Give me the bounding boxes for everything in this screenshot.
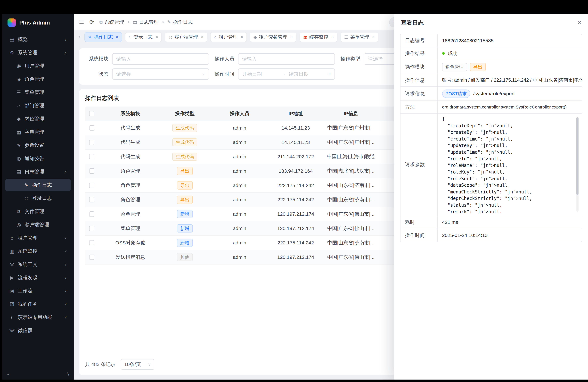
tab-menu[interactable]: ☰菜单管理× (340, 32, 378, 42)
sidebar-item-operlog[interactable]: ✎操作日志 (5, 179, 71, 191)
row-checkbox[interactable] (89, 140, 94, 145)
breadcrumb-item-operlog[interactable]: ✎ 操作日志 (168, 19, 193, 25)
detail-row-info: 操作信息 账号: admin / 研发部门 / 222.175.114.242 … (400, 74, 582, 87)
row-checkbox[interactable] (89, 197, 94, 202)
close-icon[interactable]: × (578, 19, 581, 26)
tab-cache-monitor[interactable]: ▦缓存监控× (299, 32, 338, 42)
post-icon: ◆ (16, 116, 21, 122)
operation-time-value: 2025-01-24 10:14:13 (442, 233, 488, 238)
sidebar-item-label: 登录日志 (32, 195, 52, 202)
brand: Plus Admin (2, 14, 74, 31)
cell-ip-info: 中国|广东省|佛山市|... (320, 211, 382, 217)
close-icon[interactable]: × (156, 35, 158, 39)
sidebar-item-notice[interactable]: ◍通知公告 (5, 152, 71, 165)
cell-module: 代码生成 (99, 153, 162, 160)
end-date-placeholder: 结束日期 (289, 71, 325, 77)
breadcrumb-item-system[interactable]: ⧉ 系统管理 (99, 19, 124, 25)
sidebar-footer: « ϟ (2, 369, 74, 380)
tab-loginlog[interactable]: ∷登录日志× (125, 32, 162, 42)
sidebar-item-dict[interactable]: ▦字典管理 (5, 126, 71, 138)
sidebar-item-loginlog[interactable]: ∷登录日志 (5, 192, 71, 204)
detail-row-result: 操作结果 成功 (400, 47, 582, 60)
op-type-badge: 生成代码 (172, 153, 197, 161)
close-icon[interactable]: × (201, 35, 204, 39)
op-type-badge: 其他 (177, 253, 193, 261)
page-size-select[interactable]: 10条/页 ∨ (121, 359, 154, 370)
close-icon[interactable]: × (116, 35, 118, 39)
method-value: org.dromara.system.controller.system.Sys… (442, 105, 567, 110)
role-icon: ◈ (16, 76, 21, 82)
sidebar-item-workflow[interactable]: ⋈工作流∨ (5, 285, 71, 297)
cell-operator: admin (208, 255, 272, 260)
tab-label: 操作日志 (94, 34, 113, 40)
sidebar-item-label: 用户管理 (24, 63, 44, 69)
row-checkbox[interactable] (89, 255, 94, 260)
sidebar-item-overview[interactable]: ▤概览∨ (5, 33, 71, 46)
operator-input[interactable] (238, 53, 335, 64)
sidebar-item-system[interactable]: ⚙系统管理∧ (5, 46, 71, 59)
sidebar-item-label: 岗位管理 (24, 116, 44, 122)
window-icon: ⧉ (99, 20, 103, 25)
hamburger-icon[interactable]: ☰ (79, 19, 84, 25)
edit-icon: ✎ (168, 20, 171, 25)
sidebar-item-demo-features[interactable]: ◐演示站专用功能∨ (5, 311, 71, 323)
tab-tenant-package[interactable]: ◆租户套餐管理× (250, 32, 296, 42)
tab-operlog[interactable]: ✎操作日志× (84, 32, 122, 42)
tab-label: 客户端管理 (174, 34, 198, 40)
close-icon[interactable]: × (331, 35, 334, 39)
sidebar-item-my-tasks[interactable]: ☑我的任务∨ (5, 298, 71, 310)
sidebar-item-label: 字典管理 (24, 129, 44, 135)
date-range-picker[interactable]: 开始日期 → 结束日期 ⊞ (238, 68, 335, 80)
sidebar-item-role[interactable]: ◈角色管理 (5, 73, 71, 85)
tenant-icon: ⌂ (9, 235, 15, 241)
close-icon[interactable]: × (290, 35, 293, 39)
row-checkbox[interactable] (89, 226, 94, 231)
sidebar-item-monitor[interactable]: ▥系统监控∨ (5, 245, 71, 257)
row-checkbox[interactable] (89, 168, 94, 173)
sidebar-item-wechat-group[interactable]: ☏微信群 (5, 324, 71, 337)
cell-module: 角色管理 (99, 168, 162, 174)
row-checkbox[interactable] (89, 240, 94, 245)
code-scrollbar-thumb[interactable] (576, 117, 579, 195)
cell-module: 代码生成 (99, 139, 162, 146)
cell-ip: 120.197.212.174 (272, 226, 320, 231)
op-type-badge: 新增 (177, 239, 193, 247)
status-select[interactable]: 请选择 ∨ (112, 68, 209, 80)
close-icon[interactable]: × (241, 35, 243, 39)
collapse-sidebar-icon[interactable]: « (7, 371, 10, 377)
cell-ip: 14.145.11.23 (272, 140, 320, 145)
row-checkbox[interactable] (89, 183, 94, 188)
tabs-scroll-left-icon[interactable]: ‹ (77, 34, 82, 40)
detail-row-time: 操作时间 2025-01-24 10:14:13 (400, 229, 582, 242)
sidebar-item-file[interactable]: ⧉文件管理 (5, 205, 71, 218)
sidebar-item-user[interactable]: ◉用户管理 (5, 60, 71, 72)
sidebar-item-client[interactable]: ◎客户端管理 (5, 218, 71, 231)
sidebar-item-dept[interactable]: ⌂部门管理 (5, 99, 71, 112)
module-input[interactable] (112, 53, 209, 64)
sidebar-item-post[interactable]: ◆岗位管理 (5, 113, 71, 125)
close-icon[interactable]: × (372, 35, 375, 39)
row-checkbox[interactable] (89, 125, 94, 130)
sidebar-item-tool[interactable]: ⚒系统工具∨ (5, 258, 71, 271)
cell-op-type: 新增 (162, 224, 208, 233)
operlog-icon: ✎ (23, 182, 29, 188)
sidebar-item-menu[interactable]: ☰菜单管理 (5, 86, 71, 99)
row-checkbox[interactable] (89, 212, 94, 217)
operation-info-value: 账号: admin / 研发部门 / 222.175.114.242 / 中国|… (442, 77, 582, 84)
cell-ip: 14.145.11.23 (272, 125, 320, 131)
cell-ip: 211.144.202.172 (272, 154, 320, 159)
sidebar-item-config[interactable]: ✎参数设置 (5, 139, 71, 151)
select-all-checkbox[interactable] (89, 111, 94, 116)
row-checkbox[interactable] (89, 154, 94, 159)
tab-client[interactable]: ◎客户端管理× (165, 32, 207, 42)
plugin-icon[interactable]: ϟ (66, 371, 69, 377)
sidebar-item-label: 日志管理 (24, 169, 44, 175)
sidebar-item-log[interactable]: ▤日志管理∧ (5, 166, 71, 178)
sidebar-item-tenant[interactable]: ⌂租户管理∨ (5, 232, 71, 244)
cell-ip-info: 中国|山东省|济南市|... (320, 182, 382, 189)
tab-label: 菜单管理 (350, 34, 369, 40)
breadcrumb-item-log[interactable]: ▤ 日志管理 (133, 19, 159, 25)
tab-tenant[interactable]: ⌂租户管理× (210, 32, 247, 42)
refresh-icon[interactable]: ⟳ (89, 19, 94, 25)
sidebar-item-flow-start[interactable]: ▶流程发起∨ (5, 271, 71, 284)
